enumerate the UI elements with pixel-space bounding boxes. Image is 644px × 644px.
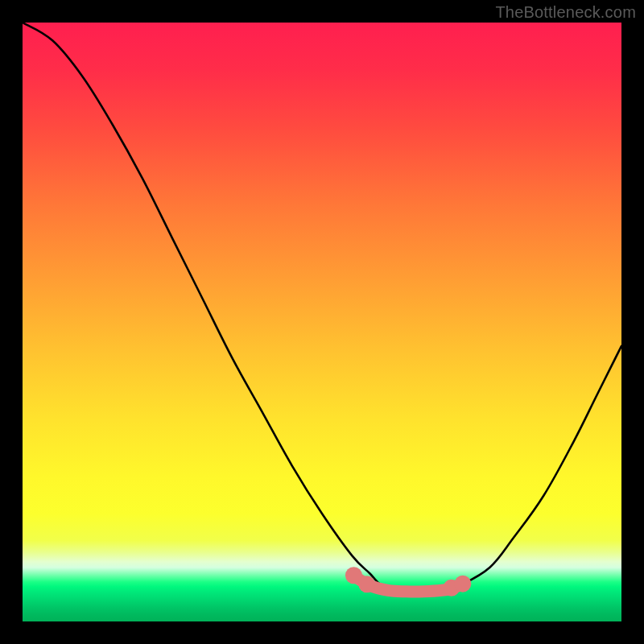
chart-stage: TheBottleneck.com xyxy=(0,0,644,644)
watermark-text: TheBottleneck.com xyxy=(495,3,636,22)
trough-dot xyxy=(454,576,471,592)
plot-area xyxy=(23,23,621,621)
bottleneck-curve xyxy=(23,23,621,592)
trough-dot xyxy=(358,576,375,592)
curve-layer xyxy=(23,23,621,621)
